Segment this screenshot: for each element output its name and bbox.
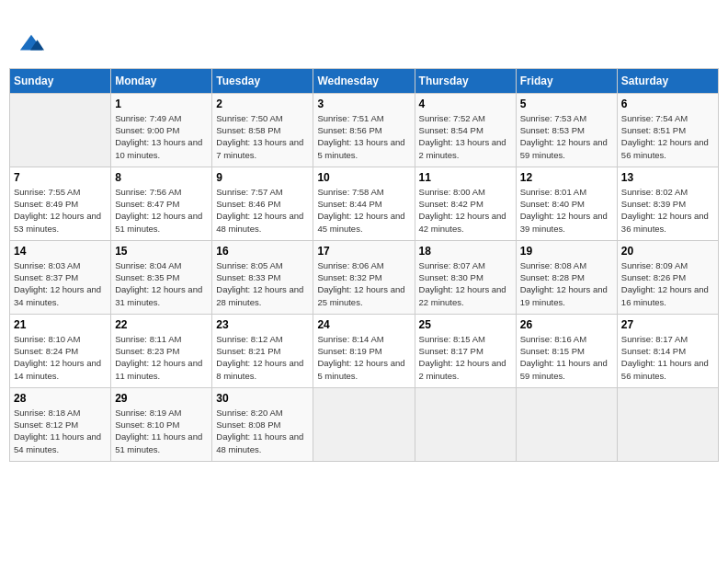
day-info: Sunrise: 8:05 AMSunset: 8:33 PMDaylight:… — [216, 259, 309, 308]
header-row: SundayMondayTuesdayWednesdayThursdayFrid… — [10, 68, 719, 93]
day-info: Sunrise: 8:20 AMSunset: 8:08 PMDaylight:… — [216, 407, 309, 455]
calendar-cell: 27Sunrise: 8:17 AMSunset: 8:14 PMDayligh… — [617, 314, 718, 387]
calendar-cell: 2Sunrise: 7:50 AMSunset: 8:58 PMDaylight… — [212, 93, 313, 167]
week-row-4: 21Sunrise: 8:10 AMSunset: 8:24 PMDayligh… — [10, 314, 719, 387]
calendar-cell: 10Sunrise: 7:58 AMSunset: 8:44 PMDayligh… — [313, 167, 415, 240]
day-info: Sunrise: 7:57 AMSunset: 8:46 PMDaylight:… — [216, 186, 309, 235]
day-info: Sunrise: 8:18 AMSunset: 8:12 PMDaylight:… — [14, 407, 107, 455]
calendar-cell: 8Sunrise: 7:56 AMSunset: 8:47 PMDaylight… — [111, 167, 212, 240]
day-number: 28 — [14, 392, 107, 405]
calendar-cell: 22Sunrise: 8:11 AMSunset: 8:23 PMDayligh… — [111, 314, 212, 387]
calendar-cell: 5Sunrise: 7:53 AMSunset: 8:53 PMDaylight… — [516, 93, 617, 167]
day-number: 5 — [520, 98, 613, 110]
day-info: Sunrise: 8:04 AMSunset: 8:35 PMDaylight:… — [115, 259, 208, 308]
calendar-cell: 7Sunrise: 7:55 AMSunset: 8:49 PMDaylight… — [10, 167, 111, 240]
calendar-cell — [415, 387, 516, 461]
day-number: 15 — [115, 245, 208, 258]
day-header-wednesday: Wednesday — [313, 68, 415, 93]
day-info: Sunrise: 7:49 AMSunset: 9:00 PMDaylight:… — [115, 112, 208, 161]
calendar-cell: 18Sunrise: 8:07 AMSunset: 8:30 PMDayligh… — [415, 240, 516, 314]
calendar-cell: 12Sunrise: 8:01 AMSunset: 8:40 PMDayligh… — [516, 167, 617, 240]
day-header-saturday: Saturday — [617, 68, 718, 93]
day-info: Sunrise: 8:06 AMSunset: 8:32 PMDaylight:… — [317, 259, 410, 308]
calendar-cell — [10, 93, 111, 167]
day-info: Sunrise: 7:55 AMSunset: 8:49 PMDaylight:… — [14, 186, 107, 235]
day-info: Sunrise: 8:03 AMSunset: 8:37 PMDaylight:… — [14, 259, 107, 308]
day-info: Sunrise: 8:12 AMSunset: 8:21 PMDaylight:… — [216, 333, 309, 382]
calendar-cell: 26Sunrise: 8:16 AMSunset: 8:15 PMDayligh… — [516, 314, 617, 387]
day-number: 14 — [14, 245, 107, 258]
week-row-3: 14Sunrise: 8:03 AMSunset: 8:37 PMDayligh… — [10, 240, 719, 314]
day-number: 3 — [317, 98, 410, 110]
day-info: Sunrise: 8:07 AMSunset: 8:30 PMDaylight:… — [419, 259, 512, 308]
day-info: Sunrise: 7:50 AMSunset: 8:58 PMDaylight:… — [216, 112, 309, 161]
day-info: Sunrise: 8:08 AMSunset: 8:28 PMDaylight:… — [520, 259, 613, 308]
calendar-cell: 13Sunrise: 8:02 AMSunset: 8:39 PMDayligh… — [617, 167, 718, 240]
day-info: Sunrise: 8:14 AMSunset: 8:19 PMDaylight:… — [317, 333, 410, 382]
calendar-cell: 11Sunrise: 8:00 AMSunset: 8:42 PMDayligh… — [415, 167, 516, 240]
day-number: 22 — [115, 318, 208, 331]
day-number: 25 — [419, 318, 512, 331]
day-number: 20 — [621, 245, 714, 258]
day-number: 8 — [115, 171, 208, 184]
calendar-cell: 6Sunrise: 7:54 AMSunset: 8:51 PMDaylight… — [617, 93, 718, 167]
day-info: Sunrise: 8:16 AMSunset: 8:15 PMDaylight:… — [520, 333, 613, 382]
day-number: 29 — [115, 392, 208, 405]
day-number: 18 — [419, 245, 512, 258]
calendar-cell: 19Sunrise: 8:08 AMSunset: 8:28 PMDayligh… — [516, 240, 617, 314]
calendar-cell: 28Sunrise: 8:18 AMSunset: 8:12 PMDayligh… — [10, 387, 111, 461]
day-info: Sunrise: 8:02 AMSunset: 8:39 PMDaylight:… — [621, 186, 714, 235]
day-number: 1 — [115, 98, 208, 110]
day-info: Sunrise: 7:53 AMSunset: 8:53 PMDaylight:… — [520, 112, 613, 161]
day-number: 19 — [520, 245, 613, 258]
day-info: Sunrise: 8:09 AMSunset: 8:26 PMDaylight:… — [621, 259, 714, 308]
week-row-2: 7Sunrise: 7:55 AMSunset: 8:49 PMDaylight… — [10, 167, 719, 240]
day-info: Sunrise: 8:01 AMSunset: 8:40 PMDaylight:… — [520, 186, 613, 235]
week-row-5: 28Sunrise: 8:18 AMSunset: 8:12 PMDayligh… — [10, 387, 719, 461]
calendar-cell: 29Sunrise: 8:19 AMSunset: 8:10 PMDayligh… — [111, 387, 212, 461]
calendar-cell — [313, 387, 415, 461]
calendar-cell: 17Sunrise: 8:06 AMSunset: 8:32 PMDayligh… — [313, 240, 415, 314]
calendar-cell: 3Sunrise: 7:51 AMSunset: 8:56 PMDaylight… — [313, 93, 415, 167]
day-info: Sunrise: 7:51 AMSunset: 8:56 PMDaylight:… — [317, 112, 410, 161]
day-number: 9 — [216, 171, 309, 184]
day-number: 17 — [317, 245, 410, 258]
logo-text — [17, 13, 44, 57]
day-number: 7 — [14, 171, 107, 184]
calendar-cell — [516, 387, 617, 461]
calendar-cell: 25Sunrise: 8:15 AMSunset: 8:17 PMDayligh… — [415, 314, 516, 387]
calendar-cell: 15Sunrise: 8:04 AMSunset: 8:35 PMDayligh… — [111, 240, 212, 314]
day-info: Sunrise: 8:19 AMSunset: 8:10 PMDaylight:… — [115, 407, 208, 455]
calendar-cell: 21Sunrise: 8:10 AMSunset: 8:24 PMDayligh… — [10, 314, 111, 387]
day-number: 24 — [317, 318, 410, 331]
logo — [17, 13, 44, 57]
calendar-cell: 16Sunrise: 8:05 AMSunset: 8:33 PMDayligh… — [212, 240, 313, 314]
day-number: 2 — [216, 98, 309, 110]
day-number: 27 — [621, 318, 714, 331]
day-number: 10 — [317, 171, 410, 184]
calendar-cell: 20Sunrise: 8:09 AMSunset: 8:26 PMDayligh… — [617, 240, 718, 314]
calendar-cell: 9Sunrise: 7:57 AMSunset: 8:46 PMDaylight… — [212, 167, 313, 240]
day-number: 26 — [520, 318, 613, 331]
day-info: Sunrise: 8:11 AMSunset: 8:23 PMDaylight:… — [115, 333, 208, 382]
day-info: Sunrise: 7:58 AMSunset: 8:44 PMDaylight:… — [317, 186, 410, 235]
day-info: Sunrise: 7:56 AMSunset: 8:47 PMDaylight:… — [115, 186, 208, 235]
day-number: 21 — [14, 318, 107, 331]
day-info: Sunrise: 8:10 AMSunset: 8:24 PMDaylight:… — [14, 333, 107, 382]
calendar-cell: 14Sunrise: 8:03 AMSunset: 8:37 PMDayligh… — [10, 240, 111, 314]
day-header-friday: Friday — [516, 68, 617, 93]
day-header-sunday: Sunday — [10, 68, 111, 93]
calendar-table: SundayMondayTuesdayWednesdayThursdayFrid… — [9, 68, 719, 462]
day-number: 4 — [419, 98, 512, 110]
calendar-cell: 24Sunrise: 8:14 AMSunset: 8:19 PMDayligh… — [313, 314, 415, 387]
day-info: Sunrise: 7:54 AMSunset: 8:51 PMDaylight:… — [621, 112, 714, 161]
day-number: 16 — [216, 245, 309, 258]
day-header-thursday: Thursday — [415, 68, 516, 93]
day-info: Sunrise: 8:15 AMSunset: 8:17 PMDaylight:… — [419, 333, 512, 382]
day-number: 13 — [621, 171, 714, 184]
calendar-cell: 30Sunrise: 8:20 AMSunset: 8:08 PMDayligh… — [212, 387, 313, 461]
day-number: 12 — [520, 171, 613, 184]
calendar-cell — [617, 387, 718, 461]
page-header — [9, 9, 719, 61]
day-info: Sunrise: 8:17 AMSunset: 8:14 PMDaylight:… — [621, 333, 714, 382]
